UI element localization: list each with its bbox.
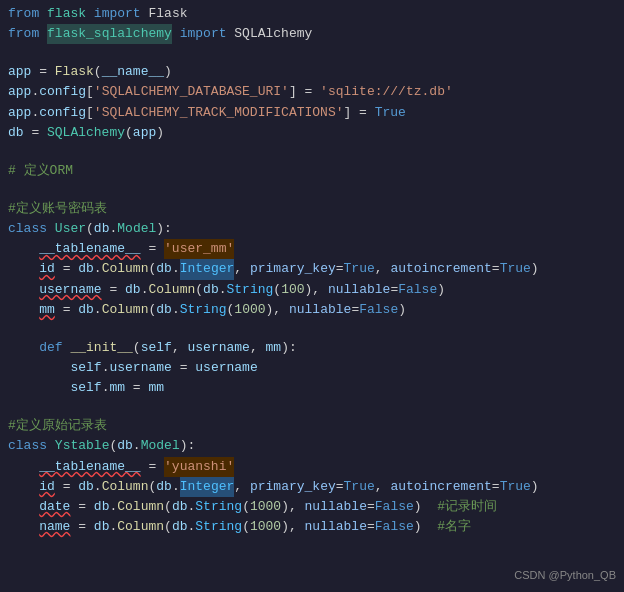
keyword-import: import (94, 4, 141, 24)
code-line-27: name = db . Column ( db . String ( 1000 … (0, 517, 624, 537)
attr-date: date (39, 497, 70, 517)
method-column1: Column (102, 259, 149, 279)
dunder-name: __name__ (102, 62, 164, 82)
fn-init: __init__ (70, 338, 132, 358)
code-line-4: app = Flask ( __name__ ) (0, 62, 624, 82)
db-ref6: db (156, 300, 172, 320)
attr-tablename: __tablename__ (39, 239, 140, 259)
str-db-uri-val: 'sqlite:///tz.db' (320, 82, 453, 102)
method-column4: Column (102, 477, 149, 497)
bool-true5: True (500, 477, 531, 497)
code-editor: from flask import Flask from flask_sqlal… (0, 0, 624, 592)
type-string3: String (195, 497, 242, 517)
str-track-key: 'SQLALCHEMY_TRACK_MODIFICATIONS' (94, 103, 344, 123)
keyword-class2: class (8, 436, 47, 456)
db-ref7: db (78, 477, 94, 497)
bool-false4: False (375, 517, 414, 537)
kwarg-pk2: primary_key (250, 477, 336, 497)
var-app2: app (8, 82, 31, 102)
code-line-21 (0, 398, 624, 416)
comment-orm: # 定义ORM (8, 161, 73, 181)
watermark: CSDN @Python_QB (514, 567, 616, 584)
cls-model: Model (117, 219, 156, 239)
attr-id2: id (39, 477, 55, 497)
var-db: db (8, 123, 24, 143)
var-app: app (8, 62, 31, 82)
code-line-22: #定义原始记录表 (0, 416, 624, 436)
db-ref4: db (203, 280, 219, 300)
code-line-7: db = SQLAlchemy ( app ) (0, 123, 624, 143)
code-line-25: id = db . Column ( db . Integer , primar… (0, 477, 624, 497)
type-integer2: Integer (180, 477, 235, 497)
module-flask-sqlalchemy: flask_sqlalchemy (47, 24, 172, 44)
var-username: username (195, 358, 257, 378)
type-string4: String (195, 517, 242, 537)
code-line-14: id = db . Column ( db . Integer , primar… (0, 259, 624, 279)
method-column2: Column (148, 280, 195, 300)
code-line-12: class User ( db . Model ): (0, 219, 624, 239)
code-line-23: class Ystable ( db . Model ): (0, 436, 624, 456)
kwarg-nullable4: nullable (305, 517, 367, 537)
arg-db: db (94, 219, 110, 239)
param-username: username (188, 338, 250, 358)
db-ref3: db (125, 280, 141, 300)
db-ref1: db (78, 259, 94, 279)
arg-app: app (133, 123, 156, 143)
code-line-6: app . config [ 'SQLALCHEMY_TRACK_MODIFIC… (0, 103, 624, 123)
code-line-18: def __init__ ( self , username , mm ): (0, 338, 624, 358)
num-1000a: 1000 (234, 300, 265, 320)
param-self: self (141, 338, 172, 358)
code-line-26: date = db . Column ( db . String ( 1000 … (0, 497, 624, 517)
type-string2: String (180, 300, 227, 320)
db-ref5: db (78, 300, 94, 320)
str-tablename-ys: 'yuanshi' (164, 457, 234, 477)
comment-date: #记录时间 (437, 497, 497, 517)
bool-true2: True (344, 259, 375, 279)
bool-true4: True (344, 477, 375, 497)
bool-false2: False (359, 300, 398, 320)
keyword-class: class (8, 219, 47, 239)
kwarg-nullable1: nullable (328, 280, 390, 300)
kwarg-nullable3: nullable (305, 497, 367, 517)
code-line-10 (0, 181, 624, 199)
comment-ystable: #定义原始记录表 (8, 416, 107, 436)
db-ref2: db (156, 259, 172, 279)
kwarg-autoincrement2: autoincrement (390, 477, 491, 497)
comment-user-table: #定义账号密码表 (8, 199, 107, 219)
str-db-uri-key: 'SQLALCHEMY_DATABASE_URI' (94, 82, 289, 102)
code-line-2: from flask_sqlalchemy import SQLAlchemy (0, 24, 624, 44)
method-column3: Column (102, 300, 149, 320)
code-line-9: # 定义ORM (0, 161, 624, 181)
keyword-import2: import (180, 24, 227, 44)
db-ref9: db (94, 497, 110, 517)
keyword-def: def (39, 338, 62, 358)
method-column6: Column (117, 517, 164, 537)
code-line-24: __tablename__ = 'yuanshi' (0, 457, 624, 477)
kwarg-nullable2: nullable (289, 300, 351, 320)
attr-config: config (39, 82, 86, 102)
self-ref2: self (70, 378, 101, 398)
num-1000c: 1000 (250, 517, 281, 537)
str-tablename-user: 'user_mm' (164, 239, 234, 259)
cls-ystable: Ystable (55, 436, 110, 456)
code-line-16: mm = db . Column ( db . String ( 1000 ),… (0, 300, 624, 320)
code-line-8 (0, 143, 624, 161)
code-line-5: app . config [ 'SQLALCHEMY_DATABASE_URI'… (0, 82, 624, 102)
type-integer1: Integer (180, 259, 235, 279)
param-mm: mm (266, 338, 282, 358)
num-100: 100 (281, 280, 304, 300)
code-line-15: username = db . Column ( db . String ( 1… (0, 280, 624, 300)
kwarg-autoincrement: autoincrement (390, 259, 491, 279)
comment-name: #名字 (437, 517, 471, 537)
attr-mm: mm (39, 300, 55, 320)
watermark-text: CSDN @Python_QB (514, 569, 616, 581)
attr-tablename2: __tablename__ (39, 457, 140, 477)
attr-name: name (39, 517, 70, 537)
attr-self-username: username (109, 358, 171, 378)
var-app3: app (8, 103, 31, 123)
var-mm: mm (148, 378, 164, 398)
module-flask: flask (47, 4, 86, 24)
fn-flask: Flask (55, 62, 94, 82)
db-ref11: db (94, 517, 110, 537)
code-line-1: from flask import Flask (0, 4, 624, 24)
